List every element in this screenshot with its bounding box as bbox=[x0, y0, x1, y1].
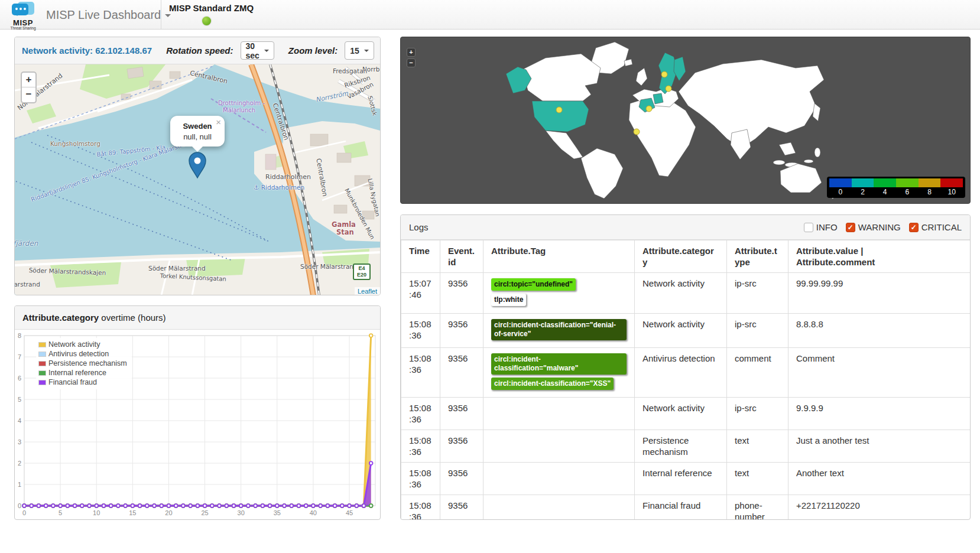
map-place-label: Drottningholm - bbox=[218, 100, 265, 106]
logs-table: TimeEvent.idAttribute.TagAttribute.categ… bbox=[401, 240, 971, 520]
log-value: 99.99.99.99 bbox=[788, 273, 971, 314]
map-place-label: Söder Mälarstrand bbox=[300, 263, 358, 270]
svg-text:45: 45 bbox=[346, 509, 353, 516]
log-category: Network activity bbox=[635, 273, 727, 314]
attribute-tag[interactable]: circl:incident-classification="denial-of… bbox=[491, 319, 627, 340]
map-place-label: Riddarfjärden bbox=[15, 239, 38, 248]
svg-text:25: 25 bbox=[201, 509, 208, 516]
log-tags bbox=[483, 430, 635, 463]
log-time: 15:08:36 bbox=[401, 495, 440, 521]
column-header: Time bbox=[401, 240, 440, 273]
svg-text:1: 1 bbox=[18, 481, 21, 488]
log-value: Just a another test bbox=[788, 430, 971, 463]
log-time: 15:07:46 bbox=[401, 273, 440, 314]
rotation-speed-select[interactable]: 30 sec bbox=[241, 41, 274, 60]
svg-text:30: 30 bbox=[238, 509, 245, 516]
critical-checkbox[interactable]: ✓ bbox=[909, 223, 919, 232]
svg-text:20: 20 bbox=[165, 509, 172, 516]
log-category: Financial fraud bbox=[635, 495, 727, 521]
network-activity-map-panel: Network activity: 62.102.148.67 Rotation… bbox=[14, 37, 381, 295]
leaflet-attribution[interactable]: Leaflet bbox=[355, 287, 380, 295]
column-header: Attribute.Tag bbox=[483, 240, 635, 273]
log-tags: circl:incident-classification="denial-of… bbox=[483, 314, 635, 348]
column-header: Attribute.type bbox=[727, 240, 788, 273]
legend-tick: 2 bbox=[852, 187, 874, 197]
log-level-filters: INFO✓WARNING✓CRITICAL bbox=[804, 222, 962, 232]
log-type: text bbox=[727, 463, 788, 495]
legend-item: Financial fraud bbox=[38, 378, 127, 387]
warning-filter[interactable]: ✓WARNING bbox=[846, 222, 901, 232]
network-activity-title: Network activity: 62.102.148.67 bbox=[22, 45, 152, 56]
logs-table-header: TimeEvent.idAttribute.TagAttribute.categ… bbox=[401, 240, 971, 273]
attribute-tag[interactable]: circl:incident-classification="malware" bbox=[491, 353, 627, 375]
map-place-label: Riddarholmen bbox=[265, 173, 311, 181]
legend-swatch bbox=[38, 352, 46, 357]
map-place-label: Kungsholmstorg bbox=[50, 140, 100, 147]
log-type: comment bbox=[727, 348, 788, 398]
log-value: Comment bbox=[788, 348, 971, 398]
legend-swatch bbox=[874, 178, 896, 187]
map-place-label: Söder Mälarstrand bbox=[148, 265, 206, 272]
log-event-id: 9356 bbox=[440, 314, 483, 348]
zoom-level-select[interactable]: 15 bbox=[345, 41, 374, 60]
log-row: 15:08:369356Financial fraudphone-number+… bbox=[401, 495, 971, 521]
svg-text:10: 10 bbox=[93, 509, 100, 516]
log-row: 15:08:369356circl:incident-classificatio… bbox=[401, 348, 971, 398]
log-category: Antivirus detection bbox=[635, 348, 727, 398]
zmq-title: MISP Standard ZMQ bbox=[169, 3, 254, 13]
street-map[interactable]: CentralbronNorrbroFredsgatanRiksbronVasa… bbox=[15, 64, 380, 295]
attribute-category-chart-panel: Attribute.category overtime (hours) 0123… bbox=[14, 305, 381, 520]
map-place-label: Fredsgatan bbox=[333, 67, 367, 74]
zoom-in-button[interactable]: + bbox=[407, 48, 416, 57]
log-row: 15:08:369356Persistence mechanismtextJus… bbox=[401, 430, 971, 463]
log-event-id: 9356 bbox=[440, 398, 483, 430]
zoom-out-button[interactable]: − bbox=[22, 87, 35, 102]
road-ref-badge: E4E20 bbox=[353, 264, 371, 280]
chart-plot-area: 012345678051015202530354045 Network acti… bbox=[15, 330, 380, 520]
svg-text:4: 4 bbox=[18, 417, 21, 424]
popup-close-icon[interactable]: × bbox=[216, 117, 221, 127]
attribute-tag[interactable]: circl:topic="undefined" bbox=[491, 278, 576, 291]
legend-swatch bbox=[919, 178, 941, 187]
legend-tick: 8 bbox=[919, 187, 941, 197]
map-place-label: Mälarstrand bbox=[15, 281, 40, 288]
navbar-divider bbox=[161, 0, 161, 30]
world-map-panel: + − 0246810 bbox=[400, 37, 971, 204]
world-map-color-scale: 0246810 bbox=[827, 177, 965, 198]
log-value: 8.8.8.8 bbox=[788, 314, 971, 348]
info-checkbox[interactable] bbox=[804, 223, 813, 232]
log-time: 15:08:36 bbox=[401, 348, 440, 398]
chevron-down-icon bbox=[264, 50, 269, 54]
legend-item: Internal reference bbox=[38, 368, 127, 378]
log-row: 15:08:369356Internal referencetextAnothe… bbox=[401, 463, 971, 495]
legend-swatch bbox=[38, 342, 46, 347]
log-type: ip-src bbox=[727, 314, 788, 348]
warning-checkbox[interactable]: ✓ bbox=[846, 223, 855, 232]
log-value: Another text bbox=[788, 463, 971, 495]
legend-tick: 4 bbox=[874, 187, 896, 197]
info-filter[interactable]: INFO bbox=[804, 222, 838, 232]
brand-subtitle: Threat Sharing bbox=[6, 26, 40, 30]
chevron-down-icon bbox=[364, 50, 369, 54]
critical-filter[interactable]: ✓CRITICAL bbox=[909, 222, 962, 232]
log-category: Persistence mechanism bbox=[635, 430, 727, 463]
zoom-in-button[interactable]: + bbox=[22, 73, 35, 87]
top-navbar: MISP Threat Sharing MISP Live Dashboard … bbox=[0, 0, 980, 30]
zoom-out-button[interactable]: − bbox=[407, 58, 416, 67]
attribute-tag[interactable]: circl:incident-classification="XSS" bbox=[491, 378, 614, 390]
log-type: ip-src bbox=[727, 398, 788, 430]
attribute-tag[interactable]: tlp:white bbox=[491, 294, 526, 306]
log-tags bbox=[483, 398, 635, 430]
logs-panel-header: Logs INFO✓WARNING✓CRITICAL bbox=[401, 215, 970, 240]
log-event-id: 9356 bbox=[440, 348, 483, 398]
zmq-status-block: MISP Standard ZMQ bbox=[169, 3, 254, 25]
brand-name: MISP bbox=[6, 19, 40, 26]
log-type: phone-number bbox=[727, 495, 788, 521]
app-title-dropdown[interactable]: MISP Live Dashboard bbox=[46, 8, 171, 22]
legend-swatch bbox=[38, 370, 46, 376]
legend-item: Persistence mechanism bbox=[38, 359, 127, 368]
legend-swatch bbox=[829, 178, 852, 187]
world-map-zoom-control: + − bbox=[407, 48, 416, 69]
legend-tick: 0 bbox=[829, 187, 852, 197]
log-tags bbox=[483, 463, 635, 495]
